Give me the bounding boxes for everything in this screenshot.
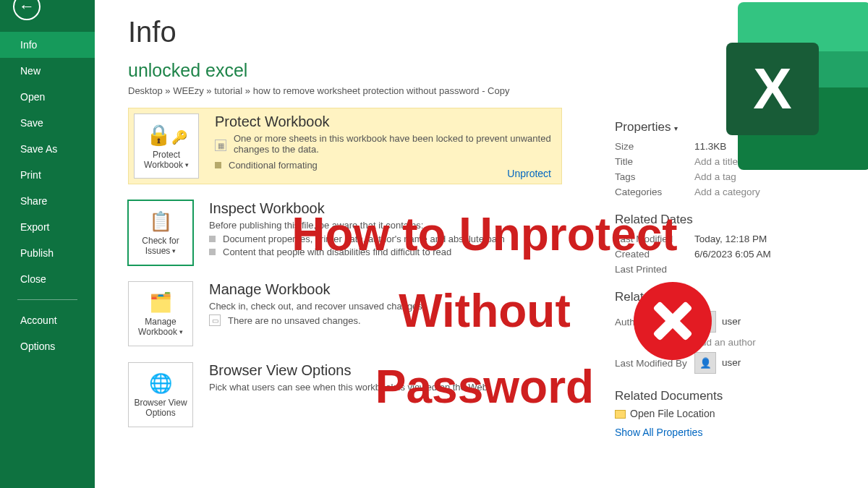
sidebar-item-share[interactable]: Share — [0, 188, 95, 214]
lock-key-icon: 🔒🔑 — [146, 123, 187, 147]
block-description: One or more sheets in this workbook have… — [234, 133, 552, 155]
block-description: Pick what users can see when this workbo… — [209, 382, 490, 393]
manage-icon: 🗂️ — [149, 291, 172, 314]
block-title: Inspect Workbook — [209, 200, 505, 217]
protect-workbook-block: 🔒🔑 Protect Workbook▾ Protect Workbook ▦ … — [128, 108, 562, 184]
sidebar-item-save[interactable]: Save — [0, 110, 95, 136]
manage-workbook-button[interactable]: 🗂️ Manage Workbook▾ — [128, 281, 193, 346]
browser-view-icon: 🌐 — [149, 372, 172, 395]
date-label-modified: Last Modified — [615, 231, 694, 247]
date-label-printed: Last Printed — [615, 262, 694, 277]
bullet-icon — [209, 249, 216, 255]
inspect-details: Inspect Workbook Before publishing this … — [209, 200, 505, 257]
doc-icon: ▭ — [209, 314, 221, 326]
avatar-icon: 👤 — [694, 352, 716, 374]
block-title: Browser View Options — [209, 362, 490, 379]
sidebar-item-open[interactable]: Open — [0, 84, 95, 110]
sheet-icon: ▦ — [215, 140, 226, 151]
open-file-location[interactable]: Open File Location — [615, 408, 854, 419]
inspect-workbook-block: 📋 Check for Issues▾ Inspect Workbook Bef… — [128, 200, 562, 265]
manage-item: There are no unsaved changes. — [228, 315, 361, 326]
prop-label-tags: Tags — [615, 169, 694, 184]
bullet-icon — [215, 162, 221, 168]
chevron-down-icon: ▾ — [179, 328, 183, 335]
sidebar-item-print[interactable]: Print — [0, 162, 95, 188]
sidebar-separator — [17, 299, 77, 300]
add-author[interactable]: Add an author — [694, 335, 854, 350]
date-value-modified: Today, 12:18 PM — [694, 231, 854, 247]
chevron-down-icon: ▾ — [674, 124, 678, 132]
prop-label-title: Title — [615, 154, 694, 169]
author-name: user — [722, 316, 741, 327]
check-for-issues-button[interactable]: 📋 Check for Issues▾ — [128, 200, 193, 265]
manage-workbook-block: 🗂️ Manage Workbook▾ Manage Workbook Chec… — [128, 281, 562, 346]
block-description: Check in, check out, and recover unsaved… — [209, 301, 425, 312]
chevron-down-icon: ▾ — [185, 161, 189, 168]
prop-label-size: Size — [615, 139, 694, 154]
unprotect-link[interactable]: Unprotect — [507, 168, 551, 179]
bullet-icon — [209, 236, 216, 242]
protect-details: Protect Workbook ▦ One or more sheets in… — [215, 114, 552, 171]
tile-label: Protect Workbook — [144, 150, 183, 170]
prop-value-tags[interactable]: Add a tag — [694, 169, 854, 184]
tile-label: Browser View Options — [134, 398, 187, 418]
inspect-item: Content that people with disabilities fi… — [223, 247, 451, 257]
sidebar-item-export[interactable]: Export — [0, 214, 95, 240]
sidebar-item-info[interactable]: Info — [0, 32, 95, 58]
browser-view-block: 🌐 Browser View Options Browser View Opti… — [128, 362, 562, 427]
protect-workbook-button[interactable]: 🔒🔑 Protect Workbook▾ — [134, 114, 199, 179]
lmb-name: user — [722, 357, 741, 368]
show-all-properties[interactable]: Show All Properties — [615, 427, 854, 438]
inspect-item: Document properties, printer path, autho… — [223, 234, 505, 244]
block-title: Protect Workbook — [215, 114, 552, 130]
sidebar-item-account[interactable]: Account — [0, 307, 95, 333]
prop-label-categories: Categories — [615, 184, 694, 200]
chevron-down-icon: ▾ — [172, 247, 176, 254]
manage-details: Manage Workbook Check in, check out, and… — [209, 281, 425, 326]
date-label-created: Created — [615, 247, 694, 262]
sidebar-item-new[interactable]: New — [0, 58, 95, 84]
sidebar-item-options[interactable]: Options — [0, 333, 95, 359]
block-title: Manage Workbook — [209, 281, 425, 298]
protect-item: Conditional formating — [229, 160, 318, 171]
arrow-left-icon: ← — [19, 0, 35, 14]
excel-logo-overlay: X — [726, 2, 868, 170]
block-description: Before publishing this file, be aware th… — [209, 220, 505, 231]
excel-x-glyph: X — [753, 56, 791, 122]
folder-icon — [615, 410, 626, 419]
sidebar-item-saveas[interactable]: Save As — [0, 136, 95, 162]
browser-details: Browser View Options Pick what users can… — [209, 362, 490, 395]
back-button[interactable]: ← — [13, 0, 41, 20]
related-documents-heading: Related Documents — [615, 389, 854, 403]
inspect-icon: 📋 — [149, 210, 172, 233]
browser-view-options-button[interactable]: 🌐 Browser View Options — [128, 362, 193, 427]
prop-value-categories[interactable]: Add a category — [694, 184, 854, 200]
backstage-sidebar: ← Info New Open Save Save As Print Share… — [0, 0, 95, 488]
date-value-created: 6/6/2023 6:05 AM — [694, 247, 854, 262]
sidebar-item-publish[interactable]: Publish — [0, 240, 95, 266]
error-circle-icon — [634, 282, 712, 360]
sidebar-item-close[interactable]: Close — [0, 266, 95, 292]
tile-label: Manage Workbook — [138, 317, 177, 337]
related-dates-heading: Related Dates — [615, 213, 854, 227]
